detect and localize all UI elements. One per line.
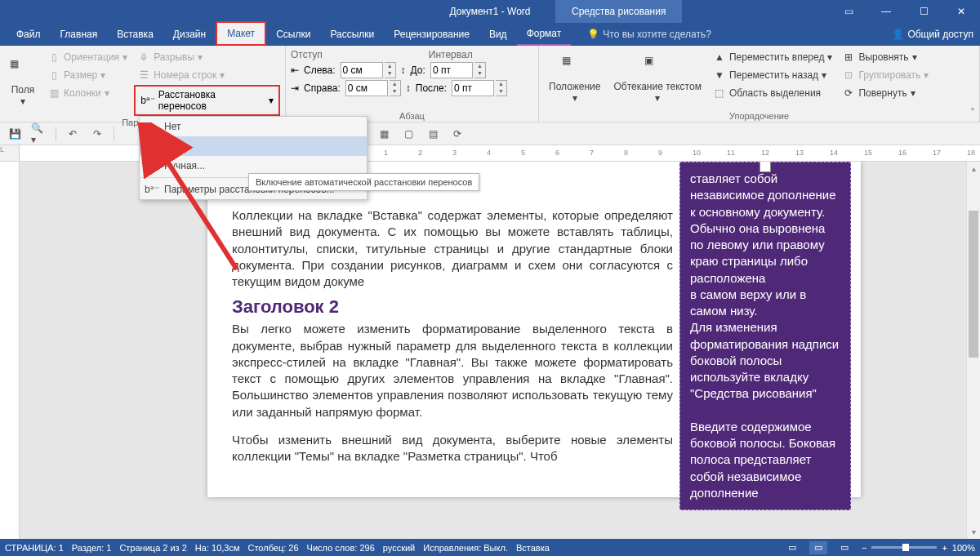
title-bar: Документ1 - Word Средства рисования ▭ — … (0, 0, 980, 23)
contextual-tab-label: Средства рисования (555, 0, 682, 23)
undo-icon[interactable]: ↶ (65, 126, 81, 142)
columns-button[interactable]: ▥Колонки ▾ (44, 85, 131, 101)
ribbon-tabs: Файл Главная Вставка Дизайн Макет Ссылки… (0, 23, 980, 46)
breaks-button[interactable]: ⤋Разрывы ▾ (134, 49, 280, 65)
hyphenation-auto[interactable]: ✓Авто (140, 136, 367, 156)
collapse-ribbon-icon[interactable]: ˄ (970, 107, 975, 118)
heading-2: Заголовок 2 (232, 296, 673, 318)
document-body[interactable]: Заголовок 1 Коллекции на вкладке "Вставк… (232, 183, 673, 465)
spacing-label: Интервал (429, 49, 473, 60)
bring-forward-button[interactable]: ▲Переместить вперед ▾ (710, 49, 835, 65)
minimize-icon[interactable]: — (867, 0, 905, 23)
redo-icon[interactable]: ↷ (89, 126, 105, 142)
scroll-up-icon[interactable]: ▴ (967, 162, 980, 176)
maximize-icon[interactable]: ☐ (905, 0, 942, 23)
document-title: Документ1 - Word (449, 6, 530, 17)
position-button[interactable]: ▦Положение▾ (544, 49, 605, 109)
hyphenation-button[interactable]: bᵃ⁻Расстановка переносов ▾ (134, 85, 280, 116)
status-bar: СТРАНИЦА: 1 Раздел: 1 Страница 2 из 2 На… (0, 539, 980, 556)
status-column[interactable]: Столбец: 26 (248, 543, 299, 553)
tab-references[interactable]: Ссылки (266, 23, 320, 46)
vertical-scrollbar[interactable]: ▴ ▾ (966, 162, 980, 539)
indent-right-input[interactable]: ▲▼ (345, 80, 401, 96)
table-tool-icon[interactable]: ▦ (376, 126, 392, 142)
zoom-in-icon[interactable]: + (942, 543, 947, 553)
status-section[interactable]: Раздел: 1 (72, 543, 112, 553)
bring-forward-icon: ▲ (713, 51, 726, 64)
group-label-arrange: Упорядочение (544, 109, 974, 121)
print-preview-icon[interactable]: 🔍▾ (31, 126, 47, 142)
document-area: Заголовок 1 Коллекции на вкладке "Вставк… (0, 162, 980, 539)
vertical-ruler[interactable] (0, 162, 20, 539)
group-button[interactable]: ⊡Группировать ▾ (839, 67, 932, 83)
status-track-changes[interactable]: Исправления: Выкл. (423, 543, 508, 553)
wrap-text-button[interactable]: ▣Обтекание текстом▾ (608, 49, 706, 109)
size-button[interactable]: ▯Размер ▾ (44, 67, 131, 83)
web-layout-icon[interactable]: ▭ (835, 541, 853, 554)
align-icon: ⊞ (842, 51, 855, 64)
save-icon[interactable]: 💾 (7, 126, 23, 142)
resize-handle-icon[interactable] (760, 162, 771, 172)
share-button[interactable]: 👤Общий доступ (892, 29, 973, 40)
tab-file[interactable]: Файл (7, 23, 51, 46)
ribbon-display-options-icon[interactable]: ▭ (830, 0, 867, 23)
align-button[interactable]: ⊞Выровнять ▾ (839, 49, 932, 65)
sidebar-text: ставляет собой независимое дополнение к … (690, 171, 840, 501)
tab-layout[interactable]: Макет (216, 21, 266, 46)
status-word-count[interactable]: Число слов: 296 (307, 543, 375, 553)
status-insert-mode[interactable]: Вставка (516, 543, 550, 553)
send-backward-button[interactable]: ▼Переместить назад ▾ (710, 67, 835, 83)
zoom-out-icon[interactable]: − (862, 543, 866, 553)
margins-icon: ▦ (10, 58, 36, 84)
spacing-after-input[interactable]: ▲▼ (452, 80, 507, 96)
wrap-icon: ▣ (644, 55, 670, 81)
line-numbers-button[interactable]: ☰Номера строк ▾ (134, 67, 280, 83)
tab-view[interactable]: Вид (479, 23, 517, 46)
margins-button[interactable]: ▦ Поля▾ (5, 49, 41, 116)
print-layout-icon[interactable]: ▭ (809, 541, 827, 554)
spacing-before-input[interactable]: ▲▼ (430, 62, 486, 78)
orientation-button[interactable]: ▯Ориентация ▾ (44, 49, 131, 65)
spacing-after-icon: ↕ (406, 82, 411, 94)
indent-right-icon: ⇥ (291, 82, 299, 94)
hyphenation-none[interactable]: Нет (140, 117, 367, 136)
selection-pane-icon: ⬚ (713, 87, 726, 100)
object-tool-icon[interactable]: ▢ (400, 126, 416, 142)
scroll-thumb[interactable] (969, 211, 978, 358)
grid-tool-icon[interactable]: ▤ (425, 126, 441, 142)
indent-label: Отступ (291, 49, 323, 60)
status-language[interactable]: русский (383, 543, 415, 553)
indent-left-input[interactable]: ▲▼ (341, 62, 396, 78)
check-icon: ✓ (146, 140, 154, 152)
paragraph-3: Чтобы изменить внешний вид документа, вы… (232, 432, 673, 465)
selection-pane-button[interactable]: ⬚Область выделения (710, 85, 835, 101)
line-numbers-icon: ☰ (137, 69, 150, 82)
tab-design[interactable]: Дизайн (163, 23, 216, 46)
zoom-slider[interactable]: − + 100% (862, 543, 975, 553)
zoom-level[interactable]: 100% (952, 543, 975, 553)
rotate-icon: ⟳ (842, 87, 855, 100)
rotate-button[interactable]: ⟳Повернуть ▾ (839, 85, 932, 101)
scroll-down-icon[interactable]: ▾ (967, 525, 980, 539)
status-page[interactable]: СТРАНИЦА: 1 (5, 543, 64, 553)
tab-insert[interactable]: Вставка (107, 23, 163, 46)
status-page-of[interactable]: Страница 2 из 2 (119, 543, 186, 553)
orientation-icon: ▯ (47, 51, 60, 64)
tab-home[interactable]: Главная (51, 23, 108, 46)
close-icon[interactable]: ✕ (942, 0, 980, 23)
page: Заголовок 1 Коллекции на вкладке "Вставк… (207, 162, 861, 497)
share-icon: 👤 (892, 29, 904, 40)
tab-mailings[interactable]: Рассылки (320, 23, 384, 46)
refresh-icon[interactable]: ⟳ (449, 126, 466, 142)
read-mode-icon[interactable]: ▭ (783, 541, 801, 554)
paragraph-2: Вы легко можете изменить форматирование … (232, 321, 673, 420)
status-position[interactable]: На: 10,3см (195, 543, 240, 553)
send-backward-icon: ▼ (713, 69, 726, 82)
ruler-corner: L (0, 145, 20, 162)
columns-icon: ▥ (47, 87, 60, 100)
tell-me-search[interactable]: 💡Что вы хотите сделать? (587, 29, 711, 40)
tab-review[interactable]: Рецензирование (384, 23, 479, 46)
page-canvas[interactable]: Заголовок 1 Коллекции на вкладке "Вставк… (20, 162, 980, 539)
sidebar-text-box[interactable]: ставляет собой независимое дополнение к … (679, 162, 851, 510)
tab-format[interactable]: Формат (517, 23, 572, 46)
